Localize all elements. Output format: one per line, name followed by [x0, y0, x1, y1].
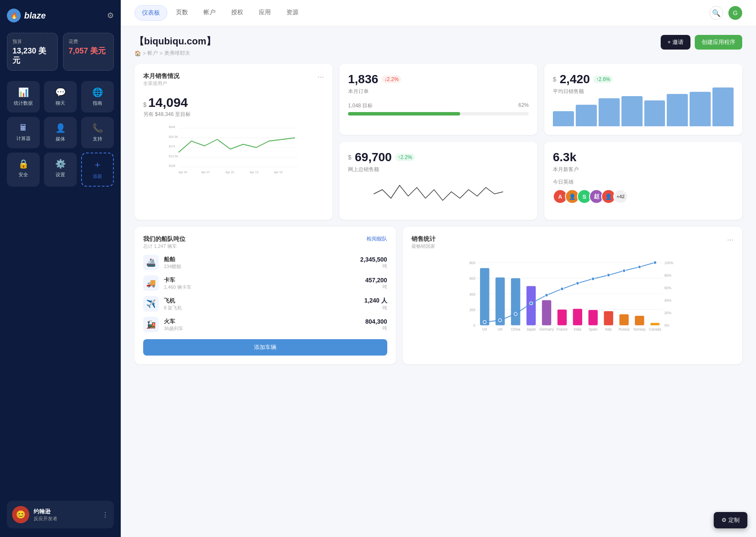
nav-label-settings: 设置 — [56, 172, 65, 178]
create-app-button[interactable]: 创建应用程序 — [695, 35, 742, 50]
svg-rect-53 — [650, 323, 660, 325]
top-nav-actions: 🔍 G — [709, 6, 742, 20]
fleet-item-value: 1,240 人 吨 — [364, 297, 387, 311]
invite-button[interactable]: + 邀请 — [661, 35, 690, 50]
add-vehicle-button[interactable]: 添加车辆 — [143, 339, 387, 356]
nav-tab-页数[interactable]: 页数 — [169, 5, 195, 21]
svg-rect-33 — [496, 278, 505, 325]
nav-icon-security: 🔒 — [18, 159, 29, 169]
avg-bar — [667, 94, 688, 126]
orders-change: ↓2.2% — [382, 75, 401, 83]
svg-rect-51 — [635, 316, 644, 325]
sidebar-item-chat[interactable]: 💬 聊天 — [44, 81, 77, 112]
breadcrumb-home-icon: 🏠 — [135, 50, 141, 56]
nav-tab-资源[interactable]: 资源 — [279, 5, 305, 21]
svg-point-64 — [622, 269, 625, 272]
fleet-item-sub: 234艘舰 — [164, 263, 355, 270]
fleet-card: 我们的船队吨位 总计 1,247 辆车 检阅舰队 🚢 船舶 234艘舰 2,34… — [135, 227, 396, 364]
monthly-sales-header: 本月销售情况 全渠道用户 ··· — [143, 72, 324, 87]
avg-bar — [712, 87, 734, 126]
sales-stats-more-btn[interactable]: ··· — [727, 235, 734, 250]
progress-label: 1,048 目标 62% — [348, 102, 529, 109]
svg-text:China: China — [511, 328, 521, 331]
monthly-amount: 14,094 — [148, 95, 188, 110]
bottom-grid: 我们的船队吨位 总计 1,247 辆车 检阅舰队 🚢 船舶 234艘舰 2,34… — [135, 227, 742, 364]
fleet-item-info: 飞机 8 架飞机 — [164, 297, 359, 311]
top-nav: 仪表板页数帐户授权应用资源 🔍 G — [121, 0, 756, 26]
sidebar-item-media[interactable]: 👤 媒体 — [44, 117, 77, 148]
svg-point-66 — [653, 261, 656, 264]
user-info: 😊 约翰逊 反应开发者 — [12, 506, 57, 523]
sidebar-settings-icon[interactable]: ⚙ — [107, 11, 114, 20]
nav-tab-仪表板[interactable]: 仪表板 — [135, 5, 167, 21]
progress-bar-fill — [348, 112, 460, 116]
svg-rect-39 — [542, 300, 551, 325]
expense-card: 花费 7,057 美元 — [63, 33, 114, 71]
sidebar-item-security[interactable]: 🔒 安全 — [7, 153, 40, 187]
fleet-item-value: 2,345,500 吨 — [360, 256, 387, 269]
search-button[interactable]: 🔍 — [709, 6, 723, 20]
fleet-item-num: 1,240 人 — [364, 297, 387, 305]
nav-icon-chat: 💬 — [55, 87, 66, 97]
fleet-item-name: 飞机 — [164, 297, 359, 305]
svg-text:Apr 10: Apr 10 — [226, 171, 234, 174]
fleet-item-icon: 🚢 — [143, 255, 159, 270]
avg-bar — [599, 98, 620, 126]
avg-bar — [576, 105, 597, 126]
monthly-more-btn[interactable]: ··· — [317, 72, 324, 81]
svg-point-65 — [638, 265, 641, 268]
svg-text:Italy: Italy — [605, 328, 612, 331]
svg-point-61 — [576, 282, 579, 285]
fleet-item-sub: 36趟列车 — [164, 325, 360, 332]
online-dollar: $ — [348, 154, 351, 161]
nav-tab-应用[interactable]: 应用 — [252, 5, 278, 21]
sidebar-item-settings[interactable]: ⚙️ 设置 — [44, 153, 77, 187]
online-sales-change: ↑2.2% — [395, 153, 414, 161]
combo-chart-svg: 8006004002000100%80%60%40%20%0%USUKChina… — [411, 255, 734, 341]
svg-text:20%: 20% — [664, 311, 671, 315]
expense-value: 7,057 美元 — [69, 47, 108, 56]
new-customers-label: 本月新客户 — [553, 166, 734, 173]
monthly-dollar: $ — [143, 101, 147, 108]
sidebar-footer: 😊 约翰逊 反应开发者 ⋮ — [7, 501, 114, 528]
fleet-item-船舶: 🚢 船舶 234艘舰 2,345,500 吨 — [143, 255, 387, 270]
progress-goal: 1,048 目标 — [348, 102, 373, 109]
nav-tab-帐户[interactable]: 帐户 — [197, 5, 223, 21]
fleet-item-火车: 🚂 火车 36趟列车 804,300 吨 — [143, 317, 387, 332]
logo: 🔥 blaze — [7, 9, 46, 22]
fleet-item-sub: 1,460 辆卡车 — [164, 284, 360, 290]
fleet-item-num: 804,300 — [365, 318, 387, 325]
sidebar-item-guide[interactable]: 🌐 指南 — [81, 81, 114, 112]
sidebar-item-analytics[interactable]: 📊 统计数据 — [7, 81, 40, 112]
svg-text:Norway: Norway — [634, 328, 646, 331]
fleet-item-num: 457,200 — [365, 277, 387, 284]
monthly-sales-title-group: 本月销售情况 全渠道用户 — [143, 72, 179, 87]
view-team-button[interactable]: 检阅舰队 — [367, 235, 387, 243]
nav-tab-授权[interactable]: 授权 — [224, 5, 250, 21]
user-name: 约翰逊 — [34, 508, 57, 515]
svg-rect-35 — [511, 278, 520, 325]
svg-text:200: 200 — [469, 308, 475, 312]
nav-label-media: 媒体 — [56, 136, 65, 142]
sidebar-item-support[interactable]: 📞 支持 — [81, 117, 114, 148]
svg-point-59 — [545, 293, 548, 297]
sidebar-item-calculator[interactable]: 🖩 计算器 — [7, 117, 40, 148]
svg-text:$24k: $24k — [169, 125, 176, 128]
user-avatar-btn[interactable]: G — [728, 6, 742, 20]
user-more-icon[interactable]: ⋮ — [102, 511, 109, 519]
nav-icon-calculator: 🖩 — [19, 123, 28, 133]
sidebar-item-add[interactable]: + 添新 — [81, 153, 114, 187]
fleet-item-name: 卡车 — [164, 276, 360, 284]
online-sales-number: 69,700 — [355, 150, 392, 164]
svg-point-56 — [499, 318, 502, 322]
sales-stats-card: 销售统计 最畅销国家 ··· 8006004002000100%80%60%40… — [403, 227, 742, 364]
orders-card: 1,836 ↓2.2% 本月订单 1,048 目标 62% — [339, 64, 537, 135]
monthly-sales-title: 本月销售情况 — [143, 72, 179, 80]
svg-text:0%: 0% — [664, 324, 669, 328]
expense-label: 花费 — [69, 38, 108, 45]
fleet-item-icon: 🚚 — [143, 275, 159, 291]
sidebar-header: 🔥 blaze ⚙ — [7, 9, 114, 22]
svg-rect-41 — [557, 309, 567, 325]
customize-button[interactable]: ⚙ 定制 — [714, 512, 747, 528]
svg-text:Germany: Germany — [539, 328, 554, 331]
